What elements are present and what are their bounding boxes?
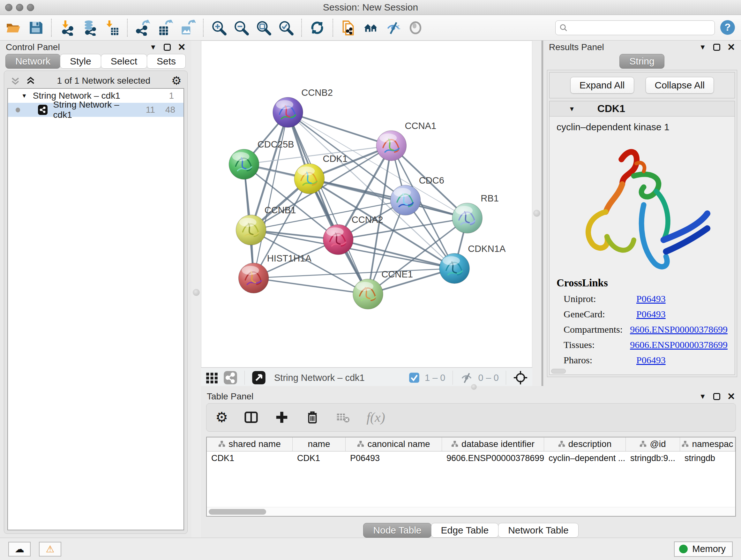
crosslink-link[interactable]: P06493 xyxy=(636,355,666,366)
table-hscrollbar[interactable] xyxy=(207,507,735,516)
column-header-description[interactable]: description xyxy=(544,437,626,451)
cell-canonical-name[interactable]: P06493 xyxy=(346,451,442,465)
cell-namespac[interactable]: stringdb xyxy=(680,451,735,465)
panel-menu-icon[interactable]: ▼ xyxy=(699,393,706,400)
hidden-eye-icon[interactable] xyxy=(460,371,473,384)
import-table-button[interactable] xyxy=(103,18,121,37)
create-column-button[interactable] xyxy=(274,410,289,425)
network-node-CCNB1[interactable]: CCNB1 xyxy=(236,205,296,245)
tab-network[interactable]: Network xyxy=(5,54,60,69)
panel-close-icon[interactable]: ✕ xyxy=(178,43,186,52)
table-options-button[interactable]: ⚙ xyxy=(215,410,228,424)
zoom-selected-button[interactable] xyxy=(277,18,295,37)
string-view-button[interactable] xyxy=(223,371,238,385)
gene-expander-icon[interactable]: ▼ xyxy=(569,106,575,112)
open-session-button[interactable] xyxy=(4,18,22,37)
cell-database-identifier[interactable]: 9606.ENSP00000378699 xyxy=(442,451,544,465)
results-scrollbar-thumb[interactable] xyxy=(551,369,566,374)
zoom-fit-button[interactable] xyxy=(255,18,273,37)
panel-close-icon[interactable]: ✕ xyxy=(727,43,735,52)
show-glass-ball-button[interactable] xyxy=(407,18,424,37)
column-header-canonical-name[interactable]: canonical name xyxy=(346,437,442,451)
right-splitter[interactable] xyxy=(532,41,543,386)
panel-float-icon[interactable] xyxy=(713,44,720,51)
import-network-database-button[interactable] xyxy=(80,18,98,37)
network-node-HIST1H1A[interactable]: HIST1H1A xyxy=(239,253,312,293)
panel-float-icon[interactable] xyxy=(164,44,171,51)
column-header-namespac[interactable]: namespac xyxy=(680,437,735,451)
export-table-button[interactable] xyxy=(156,18,174,37)
tab-sets[interactable]: Sets xyxy=(147,54,186,69)
horizontal-splitter[interactable] xyxy=(201,386,741,390)
column-header-name[interactable]: name xyxy=(293,437,346,451)
import-network-file-button[interactable] xyxy=(58,18,76,37)
splitter-handle[interactable] xyxy=(471,384,477,390)
open-in-browser-button[interactable] xyxy=(252,371,266,385)
panel-menu-icon[interactable]: ▼ xyxy=(150,44,157,51)
trash-icon xyxy=(305,410,320,425)
tab-style[interactable]: Style xyxy=(60,54,101,69)
tab-select[interactable]: Select xyxy=(101,54,147,69)
save-session-button[interactable] xyxy=(27,18,45,37)
network-node-RB1[interactable]: RB1 xyxy=(452,193,499,233)
left-splitter[interactable] xyxy=(192,41,201,538)
selected-checkbox-icon[interactable] xyxy=(409,372,420,383)
zoom-out-button[interactable] xyxy=(232,18,250,37)
export-network-button[interactable] xyxy=(134,18,152,37)
search-box[interactable] xyxy=(555,20,715,35)
crosslink-link[interactable]: 9606.ENSP00000378699 xyxy=(630,324,728,335)
statusbar-separator xyxy=(506,371,506,385)
crosslink-link[interactable]: P06493 xyxy=(636,294,666,304)
network-node-CCNA1[interactable]: CCNA1 xyxy=(376,121,436,161)
network-edge-CCNB2-CCNE1[interactable] xyxy=(288,112,368,294)
birdseye-view-button[interactable] xyxy=(513,370,528,385)
string-network-icon xyxy=(38,105,48,115)
show-columns-button[interactable] xyxy=(244,410,259,425)
column-header-@id[interactable]: @id xyxy=(626,437,680,451)
panel-close-icon[interactable]: ✕ xyxy=(727,392,735,401)
column-header-shared-name[interactable]: shared name xyxy=(207,437,293,451)
enhanced-labels-button[interactable] xyxy=(384,18,402,37)
string-home-button[interactable] xyxy=(362,18,380,37)
column-header-database-identifier[interactable]: database identifier xyxy=(442,437,544,451)
network-row[interactable]: String Network – cdk1 11 48 xyxy=(8,103,184,117)
search-input[interactable] xyxy=(570,23,711,33)
cell-shared-name[interactable]: CDK1 xyxy=(207,451,293,465)
collapse-all-icon[interactable] xyxy=(10,75,21,86)
warnings-button[interactable]: ⚠ xyxy=(39,542,61,557)
splitter-handle[interactable] xyxy=(193,289,200,296)
tree-expander-icon[interactable]: ▼ xyxy=(21,93,27,99)
table-row[interactable]: CDK1CDK1P064939606.ENSP00000378699cyclin… xyxy=(207,451,735,465)
expand-all-button[interactable]: Expand All xyxy=(570,77,634,94)
collapse-all-button[interactable]: Collapse All xyxy=(646,77,714,94)
network-node-CDKN1A[interactable]: CDKN1A xyxy=(440,244,506,284)
table-hscrollbar-thumb[interactable] xyxy=(209,509,266,515)
help-button[interactable]: ? xyxy=(719,19,736,36)
memory-button[interactable]: Memory xyxy=(674,542,733,557)
tab-string[interactable]: String xyxy=(619,54,664,69)
gene-card-header[interactable]: ▼ CDK1 xyxy=(549,101,735,117)
tab-node-table[interactable]: Node Table xyxy=(363,523,431,538)
zoom-in-button[interactable] xyxy=(210,18,228,37)
panel-menu-icon[interactable]: ▼ xyxy=(699,44,706,51)
apply-layout-button[interactable] xyxy=(308,18,326,37)
network-edge-CCNB2-CCNA1[interactable] xyxy=(288,112,391,145)
cloud-status-button[interactable]: ☁ xyxy=(8,542,30,557)
splitter-handle[interactable] xyxy=(533,210,540,217)
network-canvas[interactable]: CCNB2CCNA1CDC25BCDK1CDC6RB1CCNB1CCNA2CDK… xyxy=(201,41,532,368)
grid-view-button[interactable] xyxy=(205,371,218,384)
delete-column-button[interactable] xyxy=(305,410,320,425)
expand-all-icon[interactable] xyxy=(25,75,36,86)
crosslink-link[interactable]: P06493 xyxy=(636,309,666,320)
tab-edge-table[interactable]: Edge Table xyxy=(431,523,499,538)
cell-@id[interactable]: stringdb:9... xyxy=(626,451,680,465)
string-import-button[interactable] xyxy=(340,18,357,37)
network-options-gear-icon[interactable]: ⚙ xyxy=(172,75,182,86)
network-edge-HIST1H1A-CCNE1[interactable] xyxy=(254,278,368,294)
export-image-button[interactable] xyxy=(179,18,197,37)
cell-description[interactable]: cyclin–dependent ... xyxy=(544,451,626,465)
crosslink-link[interactable]: 9606.ENSP00000378699 xyxy=(630,339,728,350)
tab-network-table[interactable]: Network Table xyxy=(498,523,579,538)
cell-name[interactable]: CDK1 xyxy=(293,451,346,465)
panel-float-icon[interactable] xyxy=(713,393,720,400)
